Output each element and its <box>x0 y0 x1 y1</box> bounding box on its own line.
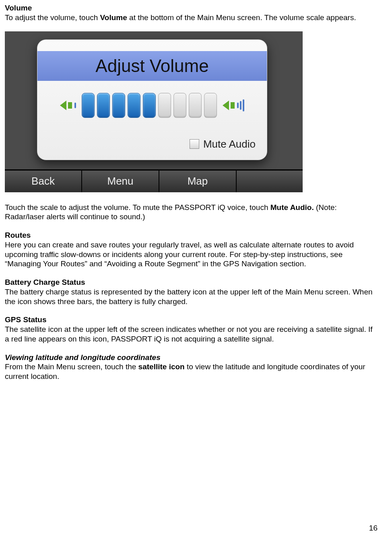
paragraph-battery: The battery charge status is represented… <box>5 287 378 307</box>
bottom-bar: Back Menu Map <box>5 169 303 192</box>
text-bold: Mute Audio. <box>270 203 314 212</box>
paragraph-routes: Here you can create and save routes your… <box>5 240 378 269</box>
volume-bar[interactable] <box>128 93 140 118</box>
paragraph-volume-intro: To adjust the volume, touch Volume at th… <box>5 13 378 23</box>
volume-bar[interactable] <box>189 93 202 118</box>
text: at the bottom of the Main Menu screen. T… <box>127 13 356 22</box>
volume-scale[interactable] <box>82 93 217 118</box>
paragraph-coords: From the Main Menu screen, touch the sat… <box>5 362 378 381</box>
heading-volume: Volume <box>5 3 378 13</box>
back-button[interactable]: Back <box>5 171 82 192</box>
heading-routes: Routes <box>5 230 378 240</box>
menu-button[interactable]: Menu <box>82 171 159 192</box>
checkbox-icon[interactable] <box>190 139 199 149</box>
volume-bar[interactable] <box>82 93 95 118</box>
panel-title: Adjust Volume <box>37 51 267 81</box>
volume-bar[interactable] <box>143 93 156 118</box>
mute-label: Mute Audio <box>203 138 256 151</box>
heading-gps: GPS Status <box>5 315 378 325</box>
map-button[interactable]: Map <box>159 171 237 192</box>
volume-panel: Adjust Volume <box>37 39 267 160</box>
text: From the Main Menu screen, touch the <box>5 362 138 371</box>
volume-bar[interactable] <box>112 93 125 118</box>
volume-bar[interactable] <box>158 93 171 118</box>
text: To adjust the volume, touch <box>5 13 100 22</box>
text-bold: Volume <box>100 13 127 22</box>
text-bold: satellite icon <box>138 362 185 371</box>
volume-down-icon[interactable] <box>60 101 76 110</box>
page-number: 16 <box>369 523 378 533</box>
volume-row <box>37 93 267 118</box>
paragraph-gps: The satellite icon at the upper left of … <box>5 325 378 344</box>
heading-battery: Battery Charge Status <box>5 278 378 287</box>
volume-up-icon[interactable] <box>223 99 244 111</box>
mute-audio-toggle[interactable]: Mute Audio <box>190 138 256 151</box>
volume-bar[interactable] <box>204 93 217 118</box>
volume-bar[interactable] <box>97 93 110 118</box>
heading-coords: Viewing latitude and longitude coordinat… <box>5 353 378 362</box>
paragraph-volume-after: Touch the scale to adjust the volume. To… <box>5 203 378 222</box>
device-screenshot: Adjust Volume <box>5 31 303 192</box>
text: Touch the scale to adjust the volume. To… <box>5 203 270 212</box>
volume-bar[interactable] <box>173 93 186 118</box>
bottom-bar-spacer <box>237 171 303 192</box>
